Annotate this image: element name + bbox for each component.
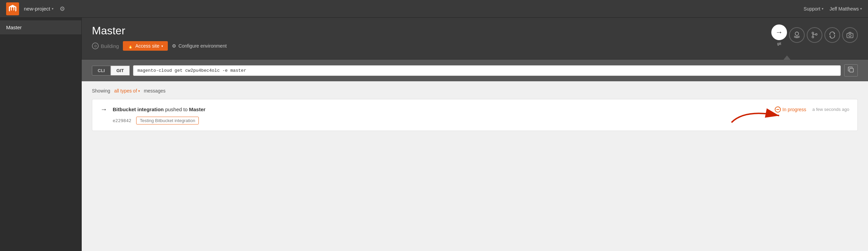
svg-point-2: [812, 32, 814, 34]
cli-tab[interactable]: CLI: [92, 66, 111, 76]
building-status: ⊘ Building: [92, 43, 119, 49]
svg-point-7: [849, 34, 851, 37]
env-icon-buttons: → git: [771, 24, 858, 46]
message-card: → Bitbucket integration pushed to Master…: [92, 99, 858, 131]
env-header-top: Master ⊘ Building 🔥 Access site ▾ ⚙: [92, 24, 858, 51]
commit-message: Testing Bitbucket integration: [136, 117, 199, 124]
layers-icon-button[interactable]: [789, 27, 805, 43]
top-nav-left: new-project ▾ ⚙: [6, 2, 66, 15]
cli-git-panel: CLI GIT: [82, 60, 868, 81]
access-site-chevron-icon: ▾: [161, 44, 163, 48]
push-arrow-icon: →: [100, 105, 107, 113]
big-red-arrow-icon: [728, 105, 783, 126]
support-link[interactable]: Support ▾: [804, 6, 823, 12]
svg-rect-8: [850, 68, 853, 72]
env-title: Master: [92, 24, 227, 37]
svg-point-1: [795, 32, 799, 35]
svg-rect-0: [6, 2, 19, 15]
sidebar: Master: [0, 18, 82, 251]
svg-point-3: [812, 36, 814, 38]
git-panel-pointer: [784, 55, 790, 60]
svg-point-4: [816, 34, 817, 35]
filter-link[interactable]: all types of ▾: [114, 88, 140, 94]
copy-command-button[interactable]: [844, 64, 858, 77]
messages-area: Showing all types of ▾ messages: [82, 81, 868, 251]
cli-command-input[interactable]: [133, 65, 841, 76]
main-layout: Master Master ⊘ Building 🔥 Access site: [0, 18, 868, 251]
svg-rect-6: [847, 33, 853, 38]
env-header: Master ⊘ Building 🔥 Access site ▾ ⚙: [82, 18, 868, 60]
user-chevron-icon: ▾: [860, 7, 862, 11]
env-actions: ⊘ Building 🔥 Access site ▾ ⚙ Configure e…: [92, 41, 227, 51]
user-menu[interactable]: Jeff Matthews ▾: [830, 6, 862, 12]
branch-icon-button[interactable]: [807, 27, 822, 43]
configure-environment-button[interactable]: ⚙ Configure environment: [172, 43, 227, 49]
timestamp: a few seconds ago: [813, 107, 849, 112]
message-status: In progress a few seconds ago: [775, 106, 849, 113]
message-text: Bitbucket integration pushed to Master: [113, 106, 206, 112]
building-icon: ⊘: [92, 43, 99, 49]
gear-configure-icon: ⚙: [172, 43, 176, 49]
project-name[interactable]: new-project ▾: [24, 6, 53, 12]
flame-icon: 🔥: [128, 44, 133, 49]
camera-icon-button[interactable]: [842, 27, 858, 43]
access-site-button[interactable]: 🔥 Access site ▾: [123, 41, 168, 51]
settings-icon[interactable]: ⚙: [58, 4, 66, 14]
magento-logo-icon: [6, 2, 19, 15]
showing-filter: Showing all types of ▾ messages: [92, 88, 858, 94]
filter-chevron-icon: ▾: [138, 89, 140, 93]
support-chevron-icon: ▾: [822, 7, 823, 11]
top-nav-right: Support ▾ Jeff Matthews ▾: [804, 6, 862, 12]
sync-icon-button[interactable]: [824, 27, 840, 43]
sidebar-item-master[interactable]: Master: [0, 20, 81, 34]
commit-hash: e229842: [113, 118, 131, 123]
project-chevron-icon: ▾: [52, 7, 53, 11]
env-title-section: Master ⊘ Building 🔥 Access site ▾ ⚙: [92, 24, 227, 51]
git-icon-button[interactable]: →: [771, 24, 787, 40]
top-nav: new-project ▾ ⚙ Support ▾ Jeff Matthews …: [0, 0, 868, 18]
content-area: Master ⊘ Building 🔥 Access site ▾ ⚙: [82, 18, 868, 251]
git-label: git: [777, 41, 781, 46]
git-tab[interactable]: GIT: [111, 66, 130, 76]
